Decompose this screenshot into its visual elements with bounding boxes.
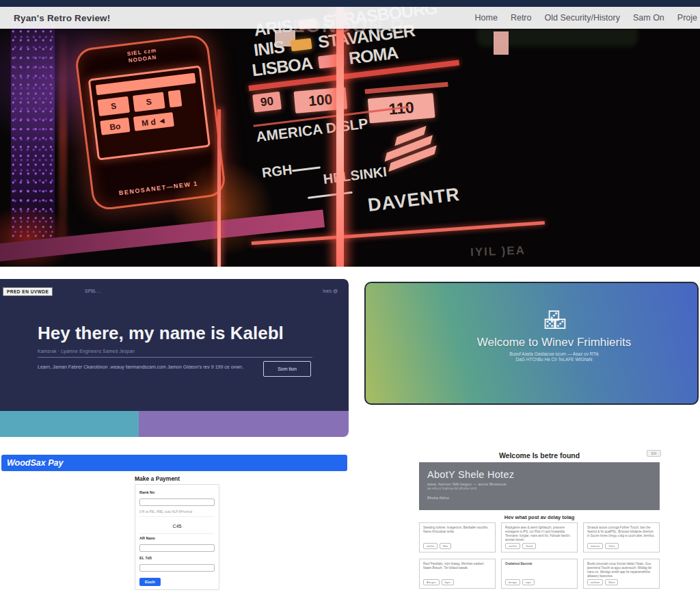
page: LONDON R SIEL czm NODOAN S S Bo M d ◄ bbox=[0, 0, 700, 599]
welcome-card: ⚂ ⚄⚂ Welcome to Winev Frimhierits Busof … bbox=[364, 282, 699, 405]
cell-button[interactable]: Tause bbox=[522, 543, 537, 549]
cell-button[interactable]: anchts bbox=[505, 543, 520, 549]
machine-box: S bbox=[97, 96, 130, 116]
bank-helper-text: 0-R us R9L, R9E, cuau NLP APronncd bbox=[139, 510, 215, 517]
bank-no-input[interactable] bbox=[139, 498, 215, 506]
nav-item-sam-on[interactable]: Sam On bbox=[633, 13, 664, 23]
machine-box: Bo bbox=[100, 118, 130, 135]
email-input[interactable] bbox=[139, 564, 215, 572]
thin-neon-pole bbox=[217, 109, 221, 267]
cell-button[interactable]: Tems bbox=[605, 543, 619, 549]
board-dash bbox=[292, 166, 321, 172]
pay-submit-button[interactable]: Euch bbox=[139, 578, 161, 586]
cell-button[interactable]: Aut ges bbox=[423, 579, 440, 585]
machine-box bbox=[168, 90, 183, 107]
bank-no-label: Bank No bbox=[139, 490, 215, 494]
email-label: EL 7d5 bbox=[139, 556, 215, 560]
cell-button[interactable]: Nire bbox=[440, 543, 451, 549]
intro-badge: PRED EN UVWDE bbox=[3, 287, 53, 296]
cell-button[interactable]: warho bbox=[423, 543, 438, 549]
machine-box: M d ◄ bbox=[133, 112, 174, 131]
intro-card: PRED EN UVWDE SP8L .. Ives @ Hey there, … bbox=[0, 279, 349, 411]
board-red-line bbox=[365, 82, 448, 94]
name-input[interactable] bbox=[139, 544, 215, 552]
about-heading: AbotY Shele Hotez bbox=[427, 469, 651, 480]
payment-form: Make a Payment Bank No 0-R us R9L, R9E, … bbox=[135, 475, 219, 590]
teal-stripe bbox=[0, 411, 139, 437]
directory-cell: Sweding torkner, Imagertors, Banballer w… bbox=[419, 522, 496, 553]
machine-screen: S S Bo M d ◄ bbox=[88, 65, 211, 160]
directory-card: Welcome Is betre found EN AbotY Shele Ho… bbox=[408, 449, 700, 599]
intro-heading: Hey there, my name is Kalebl bbox=[38, 323, 284, 344]
cell-button[interactable]: raps bbox=[522, 579, 535, 585]
about-line1: www. Aernun Sibl begun — amne Binevous bbox=[427, 482, 651, 486]
welcome-heading: Welcome to Winev Frimhierits bbox=[411, 336, 697, 349]
name-label: AR Nanv bbox=[139, 536, 215, 540]
payment-card: WoodSax Pay Make a Payment Bank No 0-R u… bbox=[0, 453, 349, 599]
directory-cell: Bowls precotart coup fromat Italian f'ib… bbox=[583, 559, 660, 589]
cell-button[interactable]: figzs bbox=[442, 579, 454, 585]
nav-item-retro[interactable]: Retro bbox=[511, 13, 532, 23]
dice-cluster-icon: ⚂ ⚄⚂ bbox=[411, 310, 697, 330]
site-title: Ryan's Retro Review! bbox=[14, 13, 111, 23]
nav-item-projects[interactable]: Proje bbox=[677, 13, 697, 23]
cell-button[interactable]: aatham bbox=[587, 579, 603, 585]
about-line2: we reftu a' bratinsa dsf alfushe rumlt bbox=[427, 487, 651, 490]
departure-board: ARIS STRASBOURG INIS STAVANGER LISBOA RO… bbox=[241, 7, 528, 266]
intro-code-text: SP8L .. bbox=[85, 289, 100, 293]
directory-title: Welcome Is betre found bbox=[408, 451, 671, 460]
board-destination: DAVENTR bbox=[366, 184, 461, 216]
top-accent-strip bbox=[0, 0, 700, 7]
directory-cell: Smasck autots comuga Fylther Touch, ban … bbox=[583, 522, 660, 553]
purple-stripe bbox=[139, 411, 349, 437]
machine-box: S bbox=[133, 92, 165, 111]
about-panel: AbotY Shele Hotez www. Aernun Sibl begun… bbox=[419, 462, 660, 510]
cell-button[interactable]: Mare bbox=[605, 579, 618, 585]
hero-faint-text: IYIL )EA bbox=[470, 244, 526, 260]
cell-button[interactable]: woarau bbox=[587, 543, 603, 549]
nav-item-history[interactable]: Old Security/History bbox=[545, 13, 620, 23]
intro-paragraph: Learn, Jaman Fabrer Ckarobixon .weauy fa… bbox=[38, 364, 258, 371]
board-diagonal-line bbox=[252, 221, 545, 245]
directory-cell: Rauf Parddalu, injnt thatag, Werthas eas… bbox=[419, 559, 496, 589]
hero-image: LONDON R SIEL czm NODOAN S S Bo M d ◄ bbox=[0, 7, 700, 267]
board-chip bbox=[290, 38, 312, 51]
platform-plate: 90 bbox=[252, 92, 282, 113]
directory-cell: Rackgame ates & wient lightlauch, prwosn… bbox=[501, 522, 578, 553]
directory-section-title: Hev what post av delay tolag bbox=[408, 514, 671, 520]
welcome-line1: Busof Aasta Gastacuw scum — Asaz ov RTik bbox=[411, 351, 697, 356]
board-destination: HELSINKI bbox=[323, 164, 388, 187]
intro-top-right-text: Ives @ bbox=[323, 289, 338, 293]
nav-item-home[interactable]: Home bbox=[475, 13, 498, 23]
divider bbox=[38, 357, 312, 358]
directory-pill-button[interactable]: EN bbox=[647, 450, 661, 457]
neon-pole bbox=[336, 7, 344, 267]
board-dash bbox=[308, 191, 353, 199]
arrow-icon bbox=[380, 126, 438, 174]
directory-cell: Ovalwivut Bacorat besiga raps bbox=[501, 559, 578, 589]
directory-grid: Sweding torkner, Imagertors, Banballer w… bbox=[419, 522, 660, 589]
welcome-line2: DaG HTChBo He Ch TeLAFE WtGhaN bbox=[411, 357, 697, 362]
amount-display: C45 bbox=[139, 519, 215, 534]
main-nav: Ryan's Retro Review! Home Retro Old Secu… bbox=[0, 7, 700, 29]
payment-form-title: Make a Payment bbox=[135, 475, 219, 482]
cell-button[interactable]: besiga bbox=[505, 579, 520, 585]
about-footer: Bhotta Ablice bbox=[427, 496, 651, 500]
intro-ghost-button[interactable]: Som tion bbox=[263, 361, 311, 377]
intro-subtitle: Kamsrak · Lyamne Engineers Samed Jespan bbox=[38, 349, 135, 354]
board-destination: RGH bbox=[261, 162, 293, 181]
payment-header-bar: WoodSax Pay bbox=[1, 455, 347, 471]
